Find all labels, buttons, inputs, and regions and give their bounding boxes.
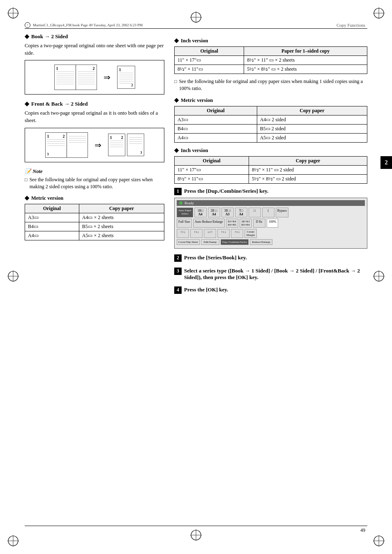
corner-mark-bl xyxy=(7,535,19,547)
step-4-text: Press the [OK] key. xyxy=(184,286,228,293)
frontback-body: Copies each two-page spread original as … xyxy=(25,109,164,124)
note-heading: 📝 Note xyxy=(25,168,164,175)
fb-result: 1 2 3 xyxy=(108,134,144,156)
right-center-mark xyxy=(373,270,385,284)
step-4-num: 4 xyxy=(174,286,182,294)
metric-version-label-left: Metric version xyxy=(31,195,63,201)
fb-page-right xyxy=(67,132,88,158)
left-center-mark xyxy=(7,270,19,284)
note-section: 📝 Note □ See the following table for ori… xyxy=(25,168,164,191)
fb-result-p2: 3 xyxy=(127,134,144,156)
metric-left-col1-header: Original xyxy=(25,204,79,213)
main-content: ◆ Book → 2 Sided Copies a two-page sprea… xyxy=(25,33,367,521)
ui-row-1: Auto PaperSelect 1B□A4 2B □A4 3B □A3 T□A… xyxy=(177,208,365,217)
metric-version-heading-left: ◆ Metric version xyxy=(25,194,164,201)
ui-cell-reduce-enlarge: Reduce/Enlarge xyxy=(250,239,272,245)
footer-line xyxy=(25,526,367,526)
diamond-icon-2: ◆ xyxy=(25,100,29,107)
i1-r1-c1: 11" × 17"▭ xyxy=(175,56,244,65)
section-frontback-heading: ◆ Front & Back → 2 Sided xyxy=(25,100,164,107)
fb-result-p1: 1 2 xyxy=(108,134,125,156)
section-book-2sided-heading: ◆ Book → 2 Sided xyxy=(25,33,164,40)
inch-version-heading-2: ◆ Inch version xyxy=(174,147,367,154)
ui-cell-arr4: ↑+↓ xyxy=(217,229,230,238)
ui-cell-arr5: ↑+↓ xyxy=(231,229,243,238)
fb-res-1: 1 xyxy=(110,135,112,140)
mr-col2-header: Copy paper xyxy=(257,106,367,115)
i2-col2-header: Copy pager xyxy=(249,156,367,165)
ui-cell-a4-1: 1B□A4 xyxy=(194,208,207,217)
ready-text: Ready xyxy=(184,201,194,205)
fb-num-1: 1 xyxy=(47,134,49,138)
inch-table-1: Original Paper for 1–sided copy 11" × 17… xyxy=(174,46,367,74)
ui-cell-3r: 3R+R3B5+B4 xyxy=(240,219,252,228)
step-1-heading: 1 Press the [Dup./Combine/Series] key. xyxy=(174,188,367,195)
metric-table-right: Original Copy paper A3▭ A4▭ 2 sided B4▭ … xyxy=(174,106,367,143)
page-number: 49 xyxy=(360,527,365,533)
step-1-block: 1 Press the [Dup./Combine/Series] key. R… xyxy=(174,188,367,249)
step-2-heading: 2 Press the [Series/Book] key. xyxy=(174,254,367,262)
book-2sided-body: Copies a two-page spread original onto o… xyxy=(25,42,164,57)
step-1-num: 1 xyxy=(174,188,182,195)
table-row: 8¹⁄₂" × 11"▭ 5¹⁄₂" × 8¹⁄₂" ▭ 2 sided xyxy=(175,174,367,183)
ui-cell-fullsize: Full Size xyxy=(177,219,192,228)
fb-res-2: 2 xyxy=(121,135,123,140)
step-3-num: 3 xyxy=(174,268,182,275)
mr-r2-c1: B4▭ xyxy=(175,124,257,133)
ui-cell-edit-stamp: Edit/Stamp xyxy=(201,239,219,245)
diamond-icon-5: ◆ xyxy=(174,97,179,104)
ml-r3-c1: A4▭ xyxy=(25,231,79,240)
step-2-block: 2 Press the [Series/Book] key. xyxy=(174,254,367,262)
i1-r2-c2: 5¹⁄₂" × 8¹⁄₂" ▭ × 2 sheets xyxy=(244,65,367,74)
step-4-heading: 4 Press the [OK] key. xyxy=(174,286,367,294)
ui-cell-a4-3: T□A4 xyxy=(235,208,247,217)
inch-version-label-1: Inch version xyxy=(181,38,208,44)
diamond-icon-6: ◆ xyxy=(174,147,179,154)
fb-spread: 1 2 3 xyxy=(45,132,88,158)
page-header: Copy Functions xyxy=(337,23,365,28)
note-text-right: See the following table for original and… xyxy=(179,78,367,92)
book-2sided-diagram: 1 2 ⇒ 1 2 xyxy=(25,60,164,95)
metric-left-col2-header: Copy paper xyxy=(79,204,164,213)
result-page-1: 1 2 xyxy=(117,66,135,89)
note-text-1: See the following table for original and… xyxy=(30,176,164,191)
fb-num-3: 3 xyxy=(47,152,65,156)
arrow-icon-1: ⇒ xyxy=(104,72,111,82)
inch1-col2-header: Paper for 1–sided copy xyxy=(244,47,367,56)
ui-panel-title: Ready xyxy=(177,200,365,206)
step-1-text: Press the [Dup./Combine/Series] key. xyxy=(184,188,268,194)
corner-mark-tr xyxy=(373,7,385,19)
table-row: A4▭ A5▭ × 2 sheets xyxy=(25,231,164,240)
i1-r2-c1: 8¹⁄₂" × 11"▭ xyxy=(175,65,244,74)
ready-dot xyxy=(179,201,182,205)
step-3-heading: 3 Select a series type ([Book → 1 Sided]… xyxy=(174,268,367,281)
bottom-center-mark xyxy=(190,529,202,542)
mr-r1-c2: A4▭ 2 sided xyxy=(257,115,367,124)
mr-r1-c1: A3▭ xyxy=(175,115,257,124)
ui-cell-arr2: ↑+↓ xyxy=(190,229,203,238)
note-bullet-1: □ xyxy=(25,177,28,183)
step-3-text: Select a series type ([Book → 1 Sided] /… xyxy=(184,268,367,281)
ui-row-3: ↑+↓ ↑+↓ ↓+↑ ↑+↓ ↑+↓ CreateMargin xyxy=(177,229,365,238)
ui-cell-auto-paper: Auto PaperSelect xyxy=(177,208,193,217)
inch1-col1-header: Original xyxy=(175,47,244,56)
table-row: 11" × 17"▭ 8¹⁄₂" × 11" ▭ × 2 sheets xyxy=(175,56,367,65)
inner-mark-top: + xyxy=(25,22,30,28)
ui-cell-cover-slip: Cover/Slip Sheet xyxy=(177,239,200,245)
ml-r1-c1: A3▭ xyxy=(25,213,79,222)
chapter-tab: 2 xyxy=(380,156,392,169)
page-num-2: 2 xyxy=(93,66,95,71)
top-bar-text: MartiniC1_GBcopy4_FM.book Page 49 Tuesda… xyxy=(33,23,143,27)
step-2-num: 2 xyxy=(174,254,182,262)
ui-cell-dup-combine: Dup./Combine/Series xyxy=(221,239,249,245)
book-2sided-title: Book → 2 Sided xyxy=(31,33,68,40)
chapter-number: 2 xyxy=(385,159,388,166)
arrow-icon-2: ⇒ xyxy=(95,140,101,150)
diamond-icon-4: ◆ xyxy=(174,37,179,44)
note-right: □ See the following table for original a… xyxy=(174,78,367,92)
table-row: A4▭ A5▭ 2 sided xyxy=(175,133,367,142)
inch-version-label-2: Inch version xyxy=(181,148,208,154)
ui-cell-100: 100% xyxy=(267,219,279,228)
table-row: 11" × 17"▭ 8¹⁄₂" × 11" ▭ 2 sided xyxy=(175,165,367,174)
i2-col1-header: Original xyxy=(175,156,249,165)
